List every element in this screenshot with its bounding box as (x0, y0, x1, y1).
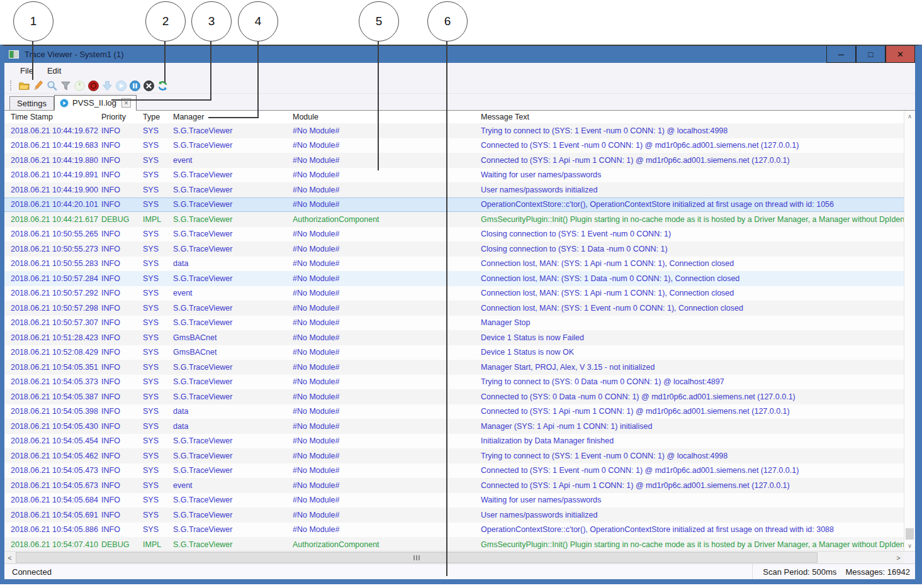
table-row[interactable]: 2018.06.21 10:54:07.410 DEBUG IMPL S.G.T… (4, 537, 904, 551)
table-row[interactable]: 2018.06.21 10:52:08.429 INFO SYS GmsBACn… (4, 345, 904, 360)
cell-module: #No Module# (293, 333, 481, 342)
cell-type: SYS (143, 170, 173, 179)
cell-timestamp: 2018.06.21 10:50:57.307 (11, 318, 101, 327)
tab-pvss-log[interactable]: PVSS_II.log ✕ (54, 95, 137, 111)
cell-priority: INFO (101, 481, 143, 490)
table-row[interactable]: 2018.06.21 10:54:05.430 INFO SYS data #N… (4, 419, 904, 434)
column-header-module[interactable]: Module (293, 113, 481, 121)
callout-3: 3 (191, 1, 232, 42)
table-row[interactable]: 2018.06.21 10:54:05.351 INFO SYS S.G.Tra… (4, 360, 904, 375)
message-count: Messages: 16942 (845, 567, 910, 577)
statusbar: Connected Scan Period: 500ms Messages: 1… (4, 563, 915, 579)
table-row[interactable]: 2018.06.21 10:50:57.298 INFO SYS S.G.Tra… (4, 301, 904, 316)
table-row[interactable]: 2018.06.21 10:44:19.900 INFO SYS S.G.Tra… (4, 182, 904, 197)
filter-icon[interactable] (59, 79, 72, 92)
cell-priority: INFO (101, 200, 143, 209)
cell-manager: S.G.TraceViewer (173, 304, 293, 313)
table-row[interactable]: 2018.06.21 10:54:05.398 INFO SYS data #N… (4, 404, 904, 419)
cell-module: #No Module# (293, 200, 481, 209)
table-row[interactable]: 2018.06.21 10:50:57.292 INFO SYS event #… (4, 286, 904, 301)
menu-file[interactable]: File (13, 65, 40, 77)
cell-module: #No Module# (293, 348, 481, 357)
play-icon[interactable] (115, 79, 127, 92)
cell-manager: GmsBACnet (173, 348, 293, 357)
scroll-right-icon[interactable]: > (893, 552, 904, 563)
scan-period: Scan Period: 500ms (763, 567, 836, 577)
scroll-left-icon[interactable]: < (4, 552, 15, 563)
table-row[interactable]: 2018.06.21 10:50:57.284 INFO SYS S.G.Tra… (4, 271, 904, 286)
maximize-button[interactable]: □ (856, 46, 885, 63)
open-icon[interactable] (18, 79, 30, 92)
cell-module: #No Module# (293, 407, 481, 416)
cell-type: SYS (143, 259, 173, 268)
cell-timestamp: 2018.06.21 10:54:05.684 (11, 496, 101, 504)
cell-timestamp: 2018.06.21 10:54:05.430 (11, 422, 101, 431)
scroll-down-icon[interactable]: ∨ (904, 540, 915, 551)
cell-timestamp: 2018.06.21 10:54:05.351 (11, 363, 101, 372)
table-row[interactable]: 2018.06.21 10:50:55.273 INFO SYS S.G.Tra… (4, 241, 904, 257)
record-icon[interactable] (87, 79, 99, 92)
table-row[interactable]: 2018.06.21 10:54:05.387 INFO SYS S.G.Tra… (4, 389, 904, 404)
column-header-priority[interactable]: Priority (101, 113, 143, 121)
column-header-type[interactable]: Type (143, 113, 173, 121)
table-row[interactable]: 2018.06.21 10:54:05.684 INFO SYS S.G.Tra… (4, 493, 904, 508)
tab-pvss-log-label: PVSS_II.log (72, 98, 116, 108)
edit-icon[interactable] (31, 79, 44, 92)
cell-manager: data (173, 422, 293, 431)
cell-manager: S.G.TraceViewer (173, 466, 293, 475)
table-row[interactable]: 2018.06.21 10:54:05.673 INFO SYS event #… (4, 478, 904, 493)
cell-type: SYS (143, 363, 173, 372)
cell-priority: INFO (101, 230, 143, 238)
titlebar[interactable]: Trace Viewer - System1 (1) ─ □ ✕ (4, 46, 915, 63)
vertical-scrollbar-thumb[interactable] (906, 528, 914, 540)
table-row[interactable]: 2018.06.21 10:54:05.462 INFO SYS S.G.Tra… (4, 448, 904, 463)
table-row[interactable]: 2018.06.21 10:51:28.423 INFO SYS GmsBACn… (4, 330, 904, 345)
table-row[interactable]: 2018.06.21 10:44:21.617 DEBUG IMPL S.G.T… (4, 212, 904, 227)
table-row[interactable]: 2018.06.21 10:44:19.683 INFO SYS S.G.Tra… (4, 138, 904, 153)
cell-priority: INFO (101, 452, 143, 460)
scroll-up-icon[interactable]: ∧ (904, 111, 915, 121)
table-row[interactable]: 2018.06.21 10:50:57.307 INFO SYS S.G.Tra… (4, 316, 904, 331)
cell-manager: S.G.TraceViewer (173, 377, 293, 386)
download-icon[interactable] (101, 79, 113, 92)
column-header-timestamp[interactable]: Time Stamp (11, 113, 101, 121)
table-row[interactable]: 2018.06.21 10:54:05.454 INFO SYS S.G.Tra… (4, 434, 904, 449)
cell-type: SYS (143, 407, 173, 416)
cell-priority: INFO (101, 186, 143, 194)
cell-priority: INFO (101, 170, 143, 179)
column-header-manager[interactable]: Manager (173, 113, 293, 121)
cell-priority: INFO (101, 392, 143, 401)
horizontal-scrollbar-thumb[interactable] (16, 552, 818, 563)
cancel-icon[interactable] (142, 79, 155, 92)
menu-edit[interactable]: Edit (40, 65, 68, 77)
tab-close-icon[interactable]: ✕ (121, 98, 131, 108)
pause-icon[interactable] (128, 79, 141, 92)
cell-message: GmsSecurityPlugin::Init() Plugin startin… (481, 540, 904, 549)
horizontal-scrollbar[interactable]: < > (4, 552, 904, 563)
tab-settings[interactable]: Settings (9, 96, 54, 110)
close-button[interactable]: ✕ (885, 46, 915, 63)
cell-message: User names/passwords initialized (481, 186, 904, 194)
minimize-button[interactable]: ─ (826, 46, 856, 63)
cell-message: Connected to (SYS: 1 Api -num 1 CONN: 1)… (481, 481, 904, 490)
column-header-message[interactable]: Message Text (481, 113, 904, 121)
table-row[interactable]: 2018.06.21 10:44:19.672 INFO SYS S.G.Tra… (4, 123, 904, 138)
cell-message: Connection lost, MAN: (SYS: 1 Data -num … (481, 274, 904, 283)
search-icon[interactable] (45, 79, 58, 92)
refresh-icon[interactable] (156, 79, 169, 92)
table-row[interactable]: 2018.06.21 10:54:05.373 INFO SYS S.G.Tra… (4, 375, 904, 390)
table-row[interactable]: 2018.06.21 10:54:05.473 INFO SYS S.G.Tra… (4, 463, 904, 479)
power-icon[interactable] (73, 79, 86, 92)
table-row[interactable]: 2018.06.21 10:54:05.691 INFO SYS S.G.Tra… (4, 508, 904, 523)
vertical-scrollbar[interactable]: ∧ ∨ (904, 111, 915, 551)
table-row[interactable]: 2018.06.21 10:50:55.265 INFO SYS S.G.Tra… (4, 227, 904, 242)
table-row[interactable]: 2018.06.21 10:44:19.880 INFO SYS event #… (4, 153, 904, 168)
table-row[interactable]: 2018.06.21 10:50:55.283 INFO SYS data #N… (4, 257, 904, 272)
table-row[interactable]: 2018.06.21 10:44:19.891 INFO SYS S.G.Tra… (4, 168, 904, 183)
cell-module: #No Module# (293, 422, 481, 431)
table-row[interactable]: 2018.06.21 10:44:20.101 INFO SYS S.G.Tra… (4, 197, 904, 213)
cell-timestamp: 2018.06.21 10:54:05.373 (11, 377, 101, 386)
toolbar-grip[interactable] (10, 80, 13, 91)
cell-type: SYS (143, 525, 173, 534)
table-row[interactable]: 2018.06.21 10:54:05.886 INFO SYS S.G.Tra… (4, 523, 904, 538)
